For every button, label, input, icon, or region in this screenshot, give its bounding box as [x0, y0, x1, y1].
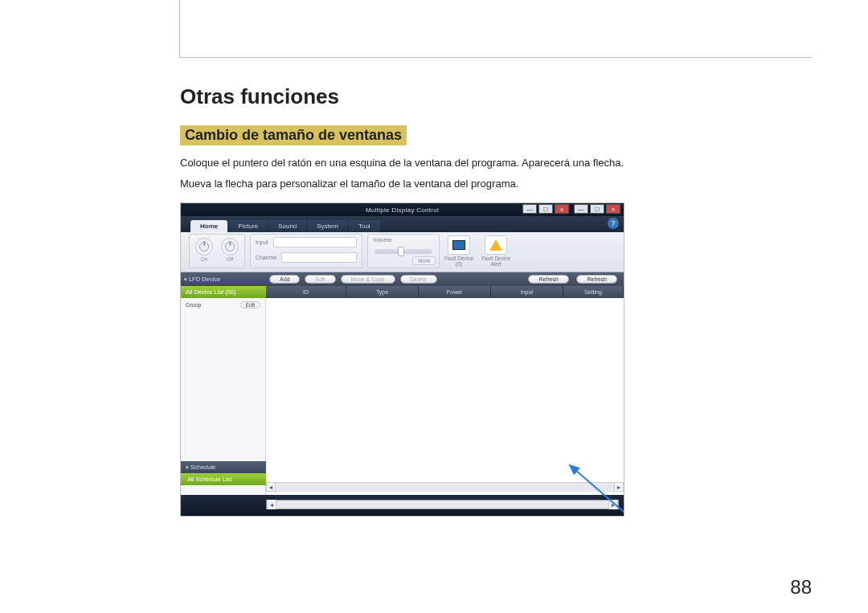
power-icon — [199, 242, 209, 251]
window-minimize-button[interactable]: — — [522, 204, 537, 214]
scroll-left-icon[interactable]: ◄ — [267, 500, 276, 509]
delete-button[interactable]: Delete — [400, 275, 437, 284]
tab-sound[interactable]: Sound — [268, 220, 306, 232]
channel-label: Channel — [256, 255, 276, 260]
col-power[interactable]: Power — [419, 286, 491, 298]
monitor-icon — [448, 235, 470, 255]
tab-tool[interactable]: Tool — [349, 220, 380, 232]
tab-picture[interactable]: Picture — [228, 220, 268, 232]
app-body: All Device List (00) Group Edit Schedule… — [181, 286, 624, 516]
volume-label: Volume — [373, 237, 391, 243]
power-on-label: On — [201, 256, 208, 262]
sidebar-group-edit[interactable]: Edit — [240, 301, 260, 309]
input-label: Input — [256, 239, 268, 245]
tab-system[interactable]: System — [307, 220, 348, 232]
refresh-button-2[interactable]: Refresh — [576, 275, 617, 284]
scroll-left-icon[interactable]: ◄ — [266, 482, 276, 492]
more-button[interactable]: More — [412, 256, 436, 265]
status-bar: ◄ ► — [181, 495, 624, 516]
fault-device-alert-item[interactable]: Fault Device Alert — [481, 235, 510, 267]
add-button[interactable]: Add — [269, 275, 300, 284]
window-close-button[interactable]: x — [555, 204, 569, 214]
slider-thumb[interactable] — [398, 247, 404, 256]
horizontal-scrollbar[interactable]: ◄ ► — [266, 482, 624, 492]
sidebar-schedule[interactable]: Schedule — [181, 461, 266, 473]
edit-device-button[interactable]: Edit — [305, 275, 335, 284]
power-off-button[interactable] — [221, 238, 239, 255]
fault-device-alert-label: Fault Device Alert — [481, 256, 510, 267]
header-left-block — [55, 0, 180, 58]
ribbon-input-group: Input Channel — [250, 234, 362, 268]
tab-bar: Home Picture Sound System Tool ? — [181, 216, 624, 232]
col-type[interactable]: Type — [346, 286, 419, 298]
ribbon: On Off Input Channel Volume — [181, 232, 624, 272]
section-title: Otras funciones — [180, 84, 812, 109]
app-title: Multiple Display Control — [366, 206, 439, 214]
volume-slider[interactable] — [375, 249, 432, 254]
power-off-label: Off — [227, 256, 234, 262]
move-copy-button[interactable]: Move & Copy — [341, 275, 395, 284]
status-scrollbar[interactable]: ◄ ► — [266, 500, 619, 509]
ribbon-fault-group: Fault Device (0) Fault Device Alert — [444, 234, 616, 268]
scroll-right-icon[interactable]: ► — [608, 500, 618, 509]
power-on-button[interactable] — [195, 238, 213, 255]
column-headers: ID Type Power Input Setting — [266, 286, 624, 298]
window-minimize-button-2[interactable]: — — [574, 204, 588, 214]
embedded-screenshot: Multiple Display Control — □ x — □ x Hom… — [180, 202, 624, 517]
alert-triangle-icon — [485, 235, 507, 255]
section-subhead: Cambio de tamaño de ventanas — [180, 125, 407, 145]
grid-rows-empty: ◄ ► — [266, 298, 624, 516]
body-paragraph-1: Coloque el puntero del ratón en una esqu… — [180, 155, 812, 171]
fault-device-count-label: Fault Device (0) — [444, 256, 473, 267]
main-grid: ID Type Power Input Setting ◄ ► — [266, 286, 624, 516]
page-number: 88 — [790, 576, 812, 599]
tab-home[interactable]: Home — [190, 220, 227, 232]
channel-combo[interactable] — [281, 252, 357, 263]
body-paragraph-2: Mueva la flecha para personalizar el tam… — [180, 176, 812, 192]
ribbon-power-group: On Off — [189, 234, 245, 268]
all-device-list[interactable]: All Device List (00) — [181, 286, 266, 298]
power-icon — [225, 242, 235, 251]
scroll-right-icon[interactable]: ► — [614, 482, 624, 492]
ribbon-volume-group: Volume More — [367, 234, 440, 268]
device-toolbar: LFD Device Add Edit Move & Copy Delete R… — [181, 272, 624, 286]
col-id[interactable]: ID — [266, 286, 346, 298]
input-combo[interactable] — [273, 237, 357, 247]
refresh-button[interactable]: Refresh — [528, 275, 569, 284]
window-close-button-2[interactable]: x — [606, 204, 620, 214]
help-button[interactable]: ? — [608, 218, 619, 229]
all-schedule-list[interactable]: All Schedule List — [181, 473, 266, 485]
window-maximize-button[interactable]: □ — [538, 204, 553, 214]
header-rule — [180, 57, 812, 58]
col-setting[interactable]: Setting — [563, 286, 624, 298]
sidebar: All Device List (00) Group Edit Schedule… — [181, 286, 266, 516]
window-maximize-button-2[interactable]: □ — [590, 204, 604, 214]
lfd-device-section[interactable]: LFD Device — [184, 276, 220, 283]
col-input[interactable]: Input — [491, 286, 563, 298]
fault-device-count-item[interactable]: Fault Device (0) — [444, 235, 473, 267]
app-titlebar: Multiple Display Control — □ x — □ x — [181, 203, 624, 216]
sidebar-group-label: Group — [186, 302, 201, 308]
